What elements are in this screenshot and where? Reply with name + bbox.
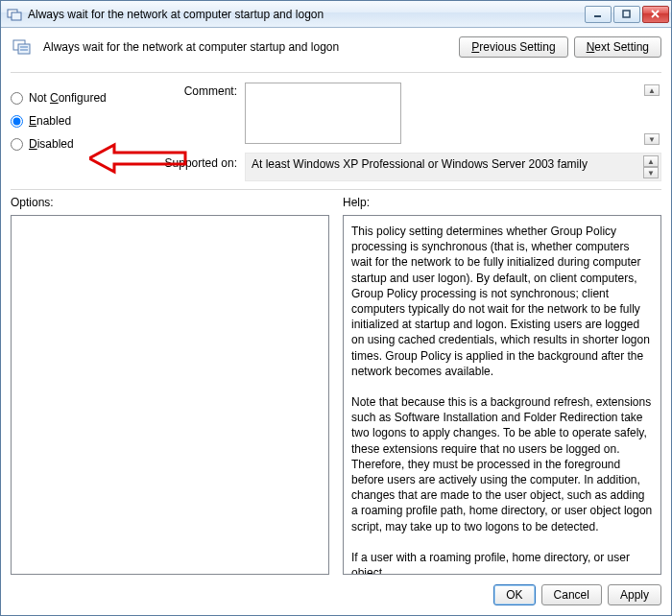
comment-textarea[interactable] — [245, 83, 401, 144]
previous-setting-button[interactable]: Previous Setting — [459, 36, 567, 58]
minimize-button[interactable] — [585, 6, 612, 23]
disabled-label[interactable]: Disabled — [29, 137, 74, 151]
enabled-radio[interactable] — [11, 115, 23, 128]
comment-scroll-down[interactable]: ▼ — [644, 133, 660, 145]
supported-on-value: At least Windows XP Professional or Wind… — [245, 153, 661, 181]
title-bar: Always wait for the network at computer … — [1, 1, 671, 28]
next-setting-button[interactable]: Next Setting — [574, 36, 661, 58]
divider — [11, 72, 661, 73]
maximize-button[interactable] — [613, 6, 640, 23]
not-configured-radio[interactable] — [11, 92, 23, 105]
options-pane[interactable] — [11, 215, 329, 575]
page-title: Always wait for the network at computer … — [43, 40, 449, 54]
comment-label: Comment: — [151, 83, 237, 98]
comment-scroll-up[interactable]: ▲ — [644, 84, 660, 96]
cancel-button[interactable]: Cancel — [541, 584, 602, 605]
divider — [11, 189, 661, 190]
help-label: Help: — [343, 196, 661, 209]
supported-on-label: Supported on: — [151, 153, 237, 170]
ok-button[interactable]: OK — [493, 584, 535, 605]
apply-button[interactable]: Apply — [608, 584, 661, 605]
help-pane[interactable]: This policy setting determines whether G… — [343, 215, 661, 575]
supported-scroll-down[interactable]: ▼ — [643, 167, 659, 178]
disabled-radio[interactable] — [11, 138, 23, 151]
svg-rect-1 — [12, 12, 21, 20]
svg-rect-9 — [20, 49, 28, 51]
svg-rect-3 — [623, 11, 630, 17]
not-configured-label[interactable]: Not Configured — [29, 91, 107, 105]
supported-scroll-up[interactable]: ▲ — [643, 155, 659, 167]
app-icon — [7, 7, 22, 22]
policy-icon — [11, 36, 34, 59]
close-button[interactable] — [642, 6, 669, 23]
svg-rect-8 — [20, 46, 28, 48]
window-title: Always wait for the network at computer … — [28, 8, 583, 21]
enabled-label[interactable]: Enabled — [29, 114, 71, 128]
options-label: Options: — [11, 196, 329, 209]
